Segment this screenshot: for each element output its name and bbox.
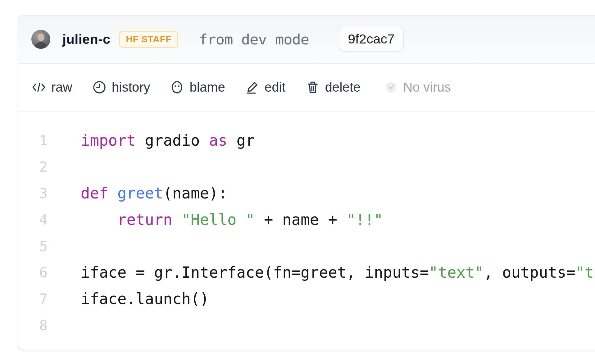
code-token bbox=[108, 184, 118, 202]
shield-check-icon bbox=[384, 80, 398, 94]
blame-button[interactable]: blame bbox=[170, 80, 225, 95]
code-token: (name): bbox=[163, 184, 228, 202]
virus-scan-status: No virus bbox=[384, 80, 451, 95]
code-token: greet bbox=[117, 184, 163, 202]
code-line: 3def greet(name): bbox=[18, 180, 595, 207]
file-toolbar: raw history blame edit bbox=[18, 64, 595, 111]
commit-header: julien-c HF STAFF from dev mode 9f2cac7 bbox=[18, 16, 595, 64]
edit-button[interactable]: edit bbox=[245, 80, 286, 95]
code-line: 8 bbox=[18, 312, 595, 339]
code-text: return "Hello " + name + "!!" bbox=[81, 211, 383, 229]
code-line: 6iface = gr.Interface(fn=greet, inputs="… bbox=[18, 259, 595, 286]
code-token: + name + bbox=[255, 211, 347, 229]
code-token: "text" bbox=[429, 264, 484, 281]
code-token: iface = gr.Interface(fn=greet, inputs= bbox=[81, 264, 429, 281]
code-token: "text" bbox=[575, 264, 595, 281]
file-viewer-card: julien-c HF STAFF from dev mode 9f2cac7 … bbox=[18, 15, 595, 350]
line-number[interactable]: 8 bbox=[18, 317, 48, 333]
code-line: 2 bbox=[18, 154, 595, 180]
code-line: 7iface.launch() bbox=[18, 286, 595, 312]
code-token: gr bbox=[227, 132, 255, 149]
code-line: 1import gradio as gr bbox=[18, 127, 595, 154]
commit-hash-chip[interactable]: 9f2cac7 bbox=[339, 27, 404, 52]
code-viewer: 1import gradio as gr23def greet(name):4 … bbox=[18, 111, 595, 339]
history-label: history bbox=[112, 80, 150, 95]
virus-scan-label: No virus bbox=[403, 80, 451, 95]
code-token: gradio bbox=[136, 132, 209, 149]
code-text: iface.launch() bbox=[81, 290, 209, 308]
clock-icon bbox=[92, 80, 107, 94]
line-number[interactable]: 5 bbox=[18, 238, 48, 254]
author-username[interactable]: julien-c bbox=[62, 32, 111, 47]
line-number[interactable]: 4 bbox=[18, 212, 48, 228]
code-icon bbox=[32, 80, 46, 94]
code-token bbox=[81, 211, 117, 229]
code-token: return bbox=[117, 211, 172, 229]
delete-button[interactable]: delete bbox=[306, 80, 361, 95]
code-text: def greet(name): bbox=[81, 184, 227, 202]
edit-label: edit bbox=[265, 80, 286, 95]
raw-button[interactable]: raw bbox=[32, 80, 72, 95]
trash-icon bbox=[306, 80, 320, 94]
pencil-icon bbox=[245, 80, 259, 94]
hf-staff-badge: HF STAFF bbox=[119, 31, 179, 48]
code-token bbox=[172, 211, 182, 229]
code-token: "!!" bbox=[347, 211, 383, 229]
code-token: "Hello " bbox=[182, 211, 255, 229]
line-number[interactable]: 1 bbox=[18, 133, 48, 148]
avatar-person-icon bbox=[31, 30, 50, 49]
history-button[interactable]: history bbox=[92, 80, 150, 95]
code-text: iface = gr.Interface(fn=greet, inputs="t… bbox=[81, 264, 595, 281]
code-token: iface.launch() bbox=[81, 290, 209, 308]
line-number[interactable]: 2 bbox=[18, 159, 48, 175]
raw-label: raw bbox=[51, 80, 72, 95]
avatar[interactable] bbox=[31, 30, 50, 49]
code-token: , outputs= bbox=[484, 264, 575, 281]
code-token: import bbox=[81, 132, 136, 149]
line-number[interactable]: 7 bbox=[18, 291, 48, 307]
code-token: def bbox=[81, 184, 108, 202]
code-line: 5 bbox=[18, 233, 595, 259]
delete-label: delete bbox=[325, 80, 361, 95]
commit-message[interactable]: from dev mode bbox=[199, 31, 309, 48]
face-icon bbox=[170, 80, 184, 94]
line-number[interactable]: 6 bbox=[18, 265, 48, 280]
code-line: 4 return "Hello " + name + "!!" bbox=[18, 207, 595, 233]
line-number[interactable]: 3 bbox=[18, 185, 48, 201]
blame-label: blame bbox=[189, 80, 225, 95]
code-text: import gradio as gr bbox=[81, 132, 255, 149]
code-token: as bbox=[209, 132, 227, 149]
